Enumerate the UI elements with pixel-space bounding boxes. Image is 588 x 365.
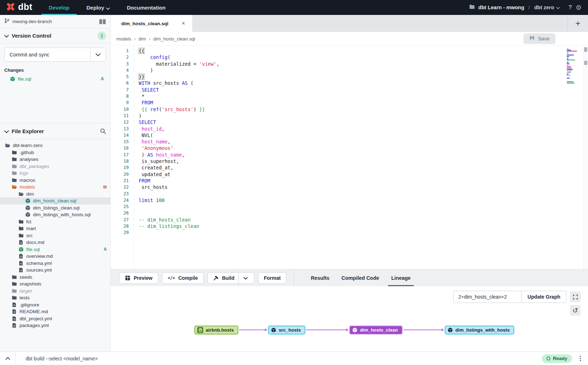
code-line[interactable]: ) [139,67,220,73]
preview-button[interactable]: Preview [119,272,158,284]
tree-item-.gitignore[interactable]: .gitignore [0,301,110,309]
chevron-up-icon[interactable] [0,352,16,365]
save-button[interactable]: Save [523,33,555,44]
changed-file-file.sql[interactable]: file.sqlA [4,75,106,83]
tree-item-packages.yml[interactable]: packages.yml [0,322,110,329]
code-line[interactable]: -- dim_hosts_clean [139,217,220,223]
nav-develop[interactable]: Develop [41,0,76,15]
tree-item-models[interactable]: modelsM [0,184,110,191]
code-line[interactable]: {{ [139,48,220,54]
code-line[interactable]: limit 100 [139,197,220,203]
lineage-node-dim_hosts_clean[interactable]: dim_hosts_clean [349,326,403,334]
search-icon[interactable] [100,128,106,134]
tree-item-tests[interactable]: tests [0,294,110,301]
tree-item-dim_hosts_clean.sql[interactable]: dim_hosts_clean.sql [0,197,110,205]
code-line[interactable] [139,191,220,197]
code-line[interactable]: FROM [139,178,220,184]
tree-item-dim_listings_with_hosts.sql[interactable]: dim_listings_with_hosts.sql [0,211,110,218]
build-button[interactable]: Build [207,272,254,284]
tree-item-dbt-learn-zero[interactable]: dbt-learn-zero [0,142,110,149]
tree-item-dim_listings_clean.sql[interactable]: dim_listings_clean.sql [0,205,110,212]
tree-item-overview.md[interactable]: overview.md [0,253,110,260]
code-line[interactable]: }} [139,73,220,80]
version-control-header[interactable]: Version Control 1 [0,28,110,43]
code-line[interactable]: WITH src_hosts AS ( [139,80,220,86]
format-button[interactable]: Format [258,272,286,284]
code-line[interactable] [139,203,220,210]
kebab-menu-icon[interactable] [578,354,583,363]
scrollbar-thumb[interactable] [584,61,587,65]
split-panels-icon[interactable] [99,19,106,24]
project-name[interactable]: dbt Learn - mwong [478,5,525,10]
environment-selector[interactable]: dbt zero [534,5,560,10]
lineage-node-src_hosts[interactable]: src_hosts [268,326,305,334]
dbt-logo[interactable]: dbt [0,0,41,15]
tab-compiled-code[interactable]: Compiled Code [335,269,385,286]
code-line[interactable]: config( [139,54,220,60]
fullscreen-button[interactable] [570,292,581,302]
lineage-node-dim_listings_with_hosts[interactable]: dim_listings_with_hosts [445,326,514,334]
tree-item-.github[interactable]: .github [0,149,110,156]
editor-scrollbar[interactable] [583,45,588,269]
code-line[interactable]: ) [139,113,220,119]
update-graph-button[interactable]: Update Graph [521,291,566,303]
code-line[interactable]: src_hosts [139,184,220,190]
tree-item-docs.md[interactable]: docs.md [0,239,110,246]
nav-documentation[interactable]: Documentation [120,0,173,15]
lineage-node-airbnb.hosts[interactable]: airbnb.hosts [194,326,238,334]
tree-item-src[interactable]: src [0,232,110,239]
tree-item-logs[interactable]: logs [0,170,110,177]
tree-item-target[interactable]: target [0,288,110,295]
tree-item-snapshots[interactable]: snapshots [0,280,110,288]
scrollbar-thumb[interactable] [584,47,587,52]
code-line[interactable]: FROM [139,99,220,106]
tab-results[interactable]: Results [305,269,335,286]
code-content[interactable]: {{ config( materialized = 'view', )}}WIT… [134,45,220,269]
code-line[interactable]: ) AS host_name, [139,152,220,158]
code-line[interactable]: SELECT [139,87,220,93]
tab-lineage[interactable]: Lineage [385,269,417,286]
compile-button[interactable]: </>Compile [162,272,204,284]
code-line[interactable]: host_name, [139,138,220,145]
tree-item-mart[interactable]: mart [0,225,110,232]
new-tab-button[interactable]: + [567,15,588,32]
tree-item-README.md[interactable]: README.md [0,308,110,315]
tree-item-dim[interactable]: dim [0,191,110,198]
build-options-caret[interactable] [243,276,249,280]
code-line[interactable]: * [139,93,220,99]
code-line[interactable]: updated_at [139,171,220,178]
command-input[interactable]: dbt build --select <model_name> [26,356,98,361]
code-editor[interactable]: 1234567891011121314151617181920212223242… [111,45,588,269]
tree-item-schema.yml[interactable]: schema.yml [0,260,110,267]
tree-item-dbt_packages[interactable]: dbt_packages [0,163,110,170]
code-line[interactable]: host_id, [139,126,220,132]
code-line[interactable]: 'Anonymous' [139,145,220,151]
code-line[interactable]: NVL( [139,132,220,138]
tree-item-dbt_project.yml[interactable]: dbt_project.yml [0,315,110,322]
code-line[interactable]: {{ ref('src_hosts') }} [139,106,220,113]
branch-name[interactable]: mwong-dev-branch [12,19,52,24]
code-line[interactable] [139,229,220,236]
breadcrumb-item[interactable]: dim_hosts_clean.sql [153,36,195,42]
breadcrumb-item[interactable]: models [116,36,131,42]
code-line[interactable]: SELECT [139,119,220,125]
code-line[interactable] [139,210,220,216]
code-line[interactable]: -- dim_listings_clean [139,223,220,229]
help-icon[interactable]: ? [568,4,572,11]
code-line[interactable]: is_superhost, [139,158,220,164]
tree-item-macros[interactable]: macros [0,177,110,184]
tree-item-seeds[interactable]: seeds [0,274,110,281]
commit-and-sync-button[interactable]: Commit and sync [4,48,106,62]
commit-options-caret[interactable] [90,48,106,61]
code-line[interactable]: materialized = 'view', [139,61,220,67]
tree-item-analyses[interactable]: analyses [0,156,110,163]
nav-deploy[interactable]: Deploy [79,0,117,15]
settings-gear-icon[interactable]: ⚙ [576,4,582,11]
file-explorer-header[interactable]: File Explorer [0,124,110,139]
tree-item-fct[interactable]: fct [0,218,110,225]
tree-item-file.sql[interactable]: file.sqlA [0,246,110,253]
close-icon[interactable]: × [180,20,187,27]
code-line[interactable]: created_at, [139,164,220,171]
reset-view-icon[interactable]: ↺ [570,305,581,316]
breadcrumb-item[interactable]: dim [139,36,146,42]
